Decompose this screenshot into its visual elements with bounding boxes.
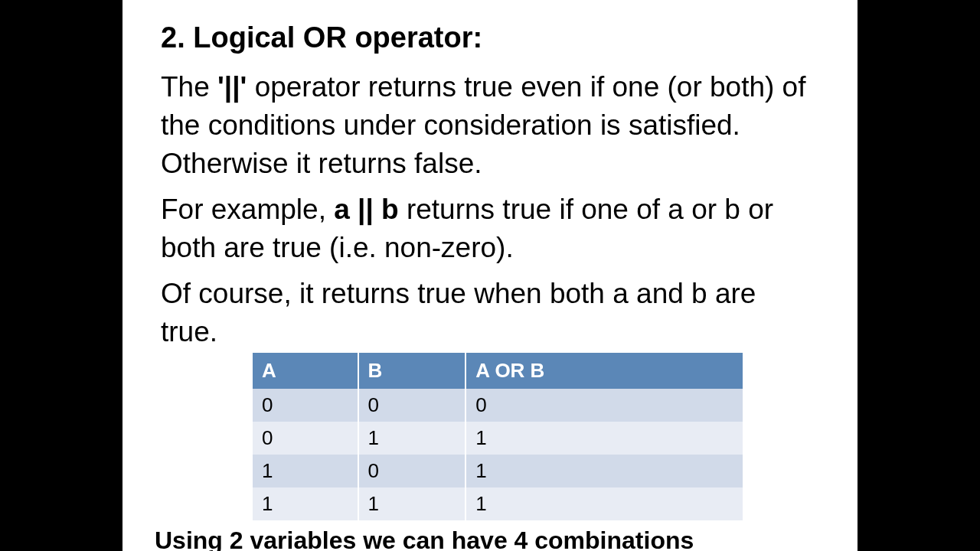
paragraph-1: The '||' operator returns true even if o…: [161, 68, 819, 183]
cell-b: 0: [358, 389, 466, 422]
truth-table-wrap: A B A OR B 0 0 0 0 1 1 1 0: [253, 353, 743, 520]
table-row: 1 0 1: [253, 455, 743, 487]
table-row: 1 1 1: [253, 487, 743, 520]
header-col-a: A: [253, 353, 358, 389]
cell-a: 1: [253, 455, 358, 487]
section-heading: 2. Logical OR operator:: [161, 21, 819, 54]
cell-result: 1: [466, 455, 743, 487]
cell-result: 1: [466, 487, 743, 520]
cell-b: 1: [358, 487, 466, 520]
table-header-row: A B A OR B: [253, 353, 743, 389]
para2-expression: a || b: [334, 194, 398, 225]
cell-b: 0: [358, 455, 466, 487]
slide-content: 2. Logical OR operator: The '||' operato…: [122, 0, 858, 551]
footer-note: Using 2 variables we can have 4 combinat…: [155, 527, 819, 551]
cell-result: 1: [466, 422, 743, 455]
header-col-b: B: [358, 353, 466, 389]
para1-operator: '||': [217, 71, 247, 103]
cell-b: 1: [358, 422, 466, 455]
para2-text-a: For example,: [161, 194, 334, 225]
para1-text-c: operator returns true even if one (or bo…: [161, 71, 805, 179]
cell-a: 0: [253, 389, 358, 422]
table-row: 0 1 1: [253, 422, 743, 455]
truth-table: A B A OR B 0 0 0 0 1 1 1 0: [253, 353, 743, 520]
paragraph-2: For example, a || b returns true if one …: [161, 191, 819, 267]
cell-result: 0: [466, 389, 743, 422]
paragraph-3: Of course, it returns true when both a a…: [161, 275, 819, 351]
table-row: 0 0 0: [253, 389, 743, 422]
para1-text-a: The: [161, 71, 217, 103]
cell-a: 0: [253, 422, 358, 455]
header-col-result: A OR B: [466, 353, 743, 389]
cell-a: 1: [253, 487, 358, 520]
